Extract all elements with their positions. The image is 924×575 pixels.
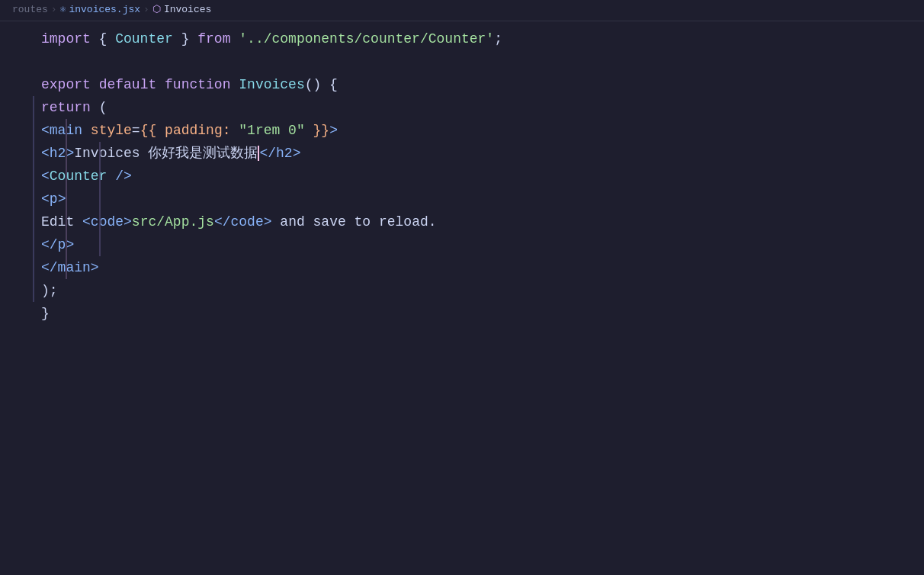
token (156, 77, 165, 92)
token: from (197, 31, 230, 47)
token: Counter (115, 31, 173, 47)
breadcrumb-sep1: › (51, 2, 57, 18)
token: < (259, 146, 268, 161)
token: function (165, 77, 230, 92)
token: > (124, 214, 132, 230)
line-code: <p> (41, 188, 924, 210)
token: Edit (41, 214, 82, 230)
token: > (293, 146, 301, 161)
line-code: ); (41, 279, 924, 302)
code-editor: routes › ⚛ invoices.jsx › ⬡ Invoices imp… (0, 0, 924, 575)
line-code: <h2>Invoices 你好我是测试数据</h2> (41, 142, 924, 165)
token: import (41, 31, 91, 47)
token: > (66, 146, 74, 161)
token: < (41, 191, 50, 207)
line-row: Edit <code>src/App.js</code> and save to… (0, 210, 924, 233)
token: } (41, 306, 50, 321)
token: p (50, 191, 58, 207)
token: { (91, 31, 115, 47)
indent-guide-1 (33, 165, 34, 188)
token: > (66, 237, 74, 252)
token: and save to reload. (272, 214, 437, 230)
token: /> (107, 169, 131, 184)
token: /main (50, 260, 91, 275)
line-row (0, 50, 924, 73)
token: } (173, 31, 197, 47)
token: < (214, 214, 223, 230)
token (305, 123, 313, 138)
breadcrumb-routes: routes (12, 2, 48, 18)
breadcrumb-sep2: › (143, 2, 149, 18)
line-row: } (0, 302, 924, 325)
line-row: <h2>Invoices 你好我是测试数据</h2> (0, 142, 924, 165)
line-code: <Counter /> (41, 165, 924, 188)
line-code: Edit <code>src/App.js</code> and save to… (41, 210, 924, 233)
line-row: <p> (0, 188, 924, 210)
line-code: export default function Invoices() { (41, 73, 924, 96)
breadcrumb: routes › ⚛ invoices.jsx › ⬡ Invoices (0, 0, 924, 21)
line-code: } (41, 302, 924, 325)
token (82, 123, 91, 138)
token: default (99, 77, 157, 92)
token: ) (41, 283, 50, 298)
line-row: export default function Invoices() { (0, 73, 924, 96)
token: '../components/counter/Counter' (239, 31, 494, 47)
indent-guide-1 (33, 188, 34, 210)
line-row: </p> (0, 233, 924, 256)
code-wrapper: import { Counter } from '../components/c… (0, 27, 924, 325)
token: style (91, 123, 132, 138)
breadcrumb-file: invoices.jsx (69, 2, 140, 18)
token: ; (494, 31, 502, 47)
breadcrumb-icon-fn: ⬡ (152, 2, 161, 18)
token: return (41, 100, 91, 115)
token (230, 31, 239, 47)
token: ( (99, 100, 107, 115)
token (231, 123, 239, 138)
token (91, 100, 99, 115)
token: () { (305, 77, 338, 92)
line-row: </main> (0, 256, 924, 279)
line-code: import { Counter } from '../components/c… (41, 27, 924, 50)
token: /h2 (268, 146, 292, 161)
token: < (82, 214, 91, 230)
indent-guide-1 (33, 119, 34, 142)
indent-guide-1 (33, 233, 34, 256)
line-code: </main> (41, 256, 924, 279)
indent-guide-1 (33, 142, 34, 165)
line-row: import { Counter } from '../components/c… (0, 27, 924, 50)
breadcrumb-component: Invoices (164, 2, 211, 18)
indent-guide-1 (33, 210, 34, 233)
line-code (41, 50, 924, 73)
line-row: <Counter /> (0, 165, 924, 188)
token: code (91, 214, 124, 230)
line-code: return ( (41, 96, 924, 119)
token: > (91, 260, 99, 275)
token: Counter (50, 169, 107, 184)
token (230, 77, 239, 92)
code-area: import { Counter } from '../components/c… (0, 21, 924, 331)
token: < (41, 260, 50, 275)
token: src/App.js (132, 214, 214, 230)
token: < (41, 123, 50, 138)
token: main (50, 123, 82, 138)
token: = (132, 123, 140, 138)
token: /p (50, 237, 66, 252)
token: export (41, 77, 91, 92)
token: > (58, 191, 66, 207)
token: {{ (140, 123, 157, 138)
token: /code (223, 214, 264, 230)
token: > (329, 123, 338, 138)
line-code: </p> (41, 233, 924, 256)
token: "1rem 0" (239, 123, 304, 138)
token: h2 (50, 146, 66, 161)
token: < (41, 169, 50, 184)
token: < (41, 146, 50, 161)
indent-guide-1 (33, 279, 34, 302)
line-row: ); (0, 279, 924, 302)
token: }} (313, 123, 330, 138)
indent-guide-1 (33, 256, 34, 279)
indent-guide-1 (33, 96, 34, 119)
token: > (264, 214, 272, 230)
line-row: <main style={{ padding: "1rem 0" }}> (0, 119, 924, 142)
token: < (41, 237, 50, 252)
